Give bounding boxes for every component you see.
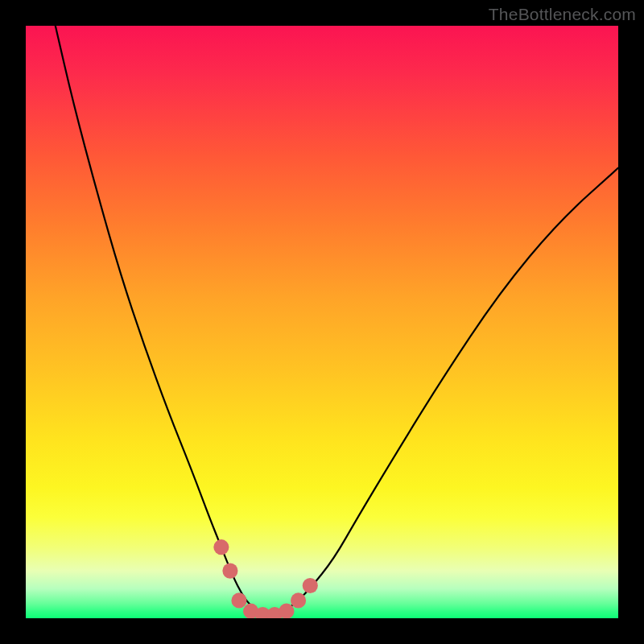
plot-area <box>26 26 618 618</box>
highlight-dot <box>303 578 318 593</box>
highlight-dot <box>222 564 237 579</box>
chart-frame: TheBottleneck.com <box>0 0 644 644</box>
watermark-text: TheBottleneck.com <box>489 5 636 24</box>
highlight-markers <box>213 539 318 618</box>
chart-overlay <box>26 26 618 618</box>
highlight-dot <box>213 539 229 555</box>
highlight-dot <box>291 592 306 608</box>
curve-line <box>56 26 618 615</box>
highlight-dot <box>231 592 246 608</box>
highlight-dot <box>279 604 294 618</box>
